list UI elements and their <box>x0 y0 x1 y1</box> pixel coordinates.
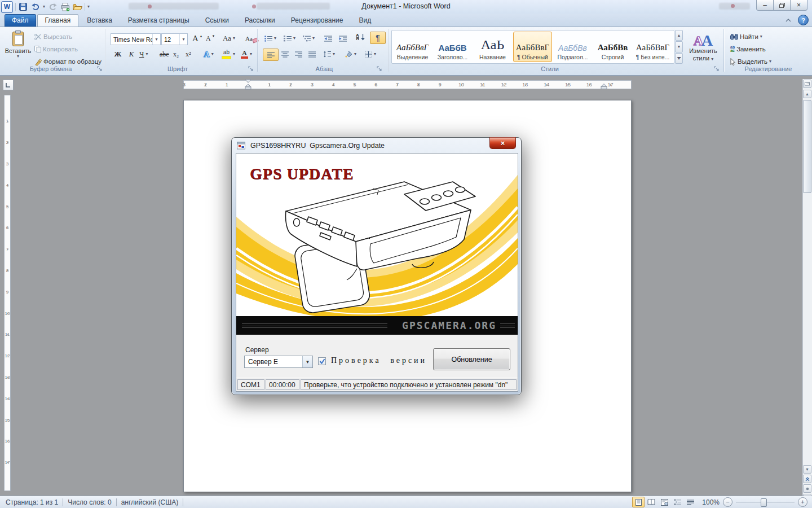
align-right-button[interactable] <box>291 49 306 60</box>
full-screen-reading-view-button[interactable] <box>645 497 657 507</box>
show-marks-button[interactable]: ¶ <box>370 32 386 44</box>
styles-scroll-down-button[interactable]: ▼ <box>675 41 683 52</box>
dialog-close-button[interactable]: × <box>489 137 516 149</box>
restore-button[interactable] <box>773 0 791 11</box>
font-name-combobox[interactable]: Times New Rc▾ <box>111 33 161 45</box>
version-check-checkbox[interactable] <box>318 357 326 365</box>
font-dialog-launcher[interactable] <box>248 66 255 73</box>
style-item-strogiy[interactable]: АаБбВвСтрогий <box>593 32 632 62</box>
text-effects-button[interactable]: А▾ <box>202 49 215 60</box>
scroll-down-button[interactable]: ▼ <box>803 465 811 474</box>
strikethrough-button[interactable]: abe <box>158 49 171 60</box>
italic-button[interactable]: К <box>125 49 138 60</box>
scroll-up-button[interactable]: ▲ <box>803 90 811 98</box>
tab-view[interactable]: Вид <box>351 15 378 27</box>
cut-button[interactable]: Вырезать <box>33 31 74 42</box>
shrink-font-button[interactable]: А▾ <box>204 33 216 44</box>
replace-button[interactable]: abас Заменить <box>729 43 767 55</box>
paragraph-dialog-launcher[interactable] <box>377 66 383 73</box>
sort-button[interactable]: АЯ <box>354 32 367 43</box>
style-item-bez-intervala[interactable]: АаБбВвГ¶ Без инте... <box>633 32 672 62</box>
scrollbar-thumb[interactable] <box>803 100 811 193</box>
zoom-slider-thumb[interactable] <box>761 498 767 507</box>
justify-button[interactable] <box>304 49 319 60</box>
select-browse-object-button[interactable] <box>803 484 811 493</box>
increase-indent-button[interactable] <box>337 33 348 44</box>
copy-button[interactable]: Копировать <box>33 43 80 55</box>
styles-gallery-expand-button[interactable]: ▼ <box>675 53 683 64</box>
save-button[interactable] <box>18 2 28 12</box>
multilevel-list-button[interactable]: ▾ <box>301 33 316 44</box>
version-check-label[interactable]: Проверка версии <box>331 356 427 365</box>
dialog-title-bar[interactable]: GPS1698HRYRU Gpscamera.Org Update <box>232 138 521 153</box>
change-styles-button[interactable]: А А Изменитьстили ▾ <box>686 29 721 64</box>
tab-stop-selector[interactable] <box>3 80 14 90</box>
editing-group-label: Редактирование <box>733 65 804 72</box>
help-button[interactable]: ? <box>798 15 809 25</box>
tab-insert[interactable]: Вставка <box>80 15 120 27</box>
shading-button[interactable]: ▾ <box>343 49 358 60</box>
align-left-button[interactable] <box>263 49 279 61</box>
tab-page-layout[interactable]: Разметка страницы <box>121 15 197 27</box>
print-preview-button[interactable] <box>60 2 70 12</box>
undo-button[interactable] <box>30 2 41 12</box>
styles-scroll-up-button[interactable]: ▲ <box>675 30 683 41</box>
minimize-button[interactable]: – <box>756 0 774 11</box>
tab-mailings[interactable]: Рассылки <box>237 15 283 27</box>
highlight-button[interactable]: ab▾ <box>220 49 237 60</box>
styles-dialog-launcher[interactable] <box>714 66 721 73</box>
style-item-podzagolovok[interactable]: АаБбВвПодзагол... <box>553 32 592 62</box>
find-button[interactable]: Найти▾ <box>729 31 764 42</box>
collapse-ribbon-button[interactable] <box>782 16 795 25</box>
right-indent-marker[interactable] <box>600 84 608 90</box>
tab-home[interactable]: Главная <box>37 14 79 27</box>
clipboard-dialog-launcher[interactable] <box>97 66 104 73</box>
superscript-button[interactable]: x² <box>184 49 193 60</box>
server-combobox[interactable]: Сервер E ▼ <box>244 356 313 368</box>
subscript-button[interactable]: x₂ <box>171 49 180 60</box>
redo-button[interactable] <box>47 2 58 12</box>
zoom-in-button[interactable]: + <box>798 497 807 507</box>
paste-button[interactable]: Вставить ▾ <box>5 30 31 65</box>
zoom-slider[interactable] <box>736 498 795 506</box>
tab-file[interactable]: Файл <box>5 14 36 27</box>
style-item-vydelenie[interactable]: АаБбВвГВыделение <box>393 32 432 62</box>
page-indicator[interactable]: Страница: 1 из 1 <box>6 498 58 506</box>
font-size-combobox[interactable]: 12▾ <box>161 33 188 45</box>
ruler-toggle-button[interactable] <box>803 80 811 88</box>
align-center-button[interactable] <box>277 49 292 60</box>
underline-button[interactable]: Ч▾ <box>138 49 149 60</box>
line-spacing-button[interactable]: ▾ <box>321 49 337 60</box>
draft-view-button[interactable] <box>684 497 696 507</box>
language-indicator[interactable]: английский (США) <box>121 498 178 506</box>
left-indent-marker[interactable] <box>244 79 252 90</box>
decrease-indent-button[interactable] <box>323 33 334 44</box>
word-logo-icon[interactable]: W <box>1 1 13 13</box>
bullets-button[interactable]: ▾ <box>263 33 278 44</box>
tab-references[interactable]: Ссылки <box>198 15 236 27</box>
print-layout-view-button[interactable] <box>632 497 645 507</box>
check-icon <box>319 358 325 364</box>
bold-button[interactable]: Ж <box>112 49 124 60</box>
style-item-zagolovok[interactable]: АаБбВЗаголово... <box>433 32 472 62</box>
word-count[interactable]: Число слов: 0 <box>68 498 111 506</box>
numbering-button[interactable]: ▾ <box>282 33 297 44</box>
open-button[interactable] <box>72 2 82 12</box>
borders-button[interactable]: ▾ <box>363 49 378 60</box>
font-color-button[interactable]: А▾ <box>239 49 254 60</box>
style-item-obychny[interactable]: АаБбВвГ¶ Обычный <box>513 32 552 62</box>
gps-update-dialog[interactable]: GPS1698HRYRU Gpscamera.Org Update × <box>231 137 522 395</box>
close-button[interactable]: × <box>790 0 807 11</box>
update-button[interactable]: Обновление <box>433 348 510 370</box>
outline-view-button[interactable] <box>671 497 683 507</box>
change-case-button[interactable]: Аа▾ <box>221 33 237 44</box>
tab-review[interactable]: Рецензирование <box>284 15 351 27</box>
zoom-out-button[interactable]: − <box>723 497 732 507</box>
previous-page-button[interactable] <box>803 475 811 483</box>
grow-font-button[interactable]: А▴ <box>191 33 204 44</box>
style-item-nazvanie[interactable]: АаЬНазвание <box>473 32 512 62</box>
zoom-level[interactable]: 100% <box>702 498 720 506</box>
web-layout-view-button[interactable] <box>658 497 670 507</box>
qat-customize-button[interactable]: ▾ <box>87 5 90 9</box>
undo-dropdown[interactable]: ▾ <box>43 5 45 9</box>
